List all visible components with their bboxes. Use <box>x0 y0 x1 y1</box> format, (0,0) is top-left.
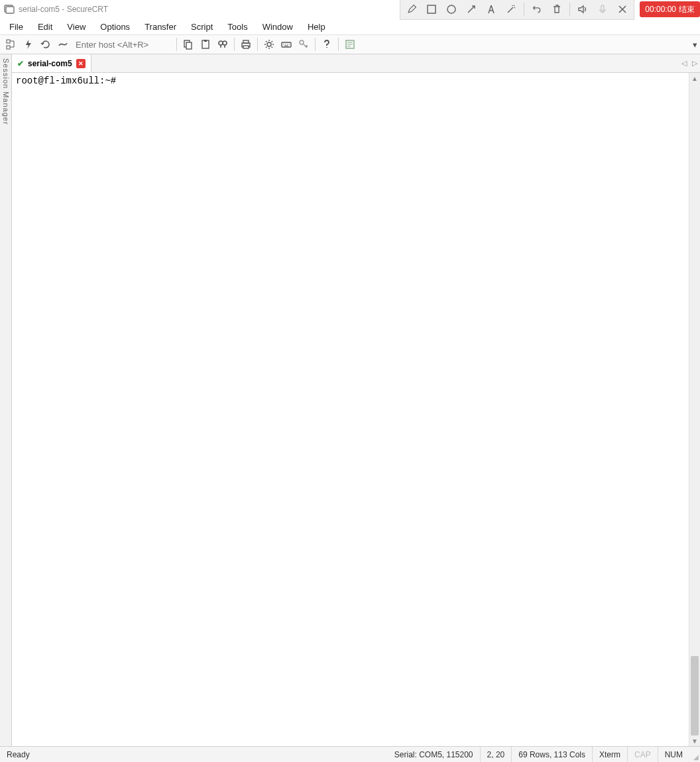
print-icon[interactable] <box>239 37 253 52</box>
svg-rect-4 <box>601 5 604 11</box>
main-area: Session Manager ✔ serial-com5 ✕ ◁ ▷ root… <box>0 54 700 746</box>
disconnect-icon[interactable] <box>56 37 70 52</box>
app-icon <box>4 4 15 15</box>
status-emulation: Xterm <box>593 747 628 762</box>
reconnect-icon[interactable] <box>38 37 53 52</box>
separator <box>234 38 235 51</box>
toolbar: ▾ <box>0 34 700 54</box>
window-title: serial-com5 - SecureCRT <box>19 5 108 14</box>
close-icon[interactable] <box>615 2 630 17</box>
tabbar: ✔ serial-com5 ✕ ◁ ▷ <box>12 54 700 73</box>
scroll-thumb[interactable] <box>691 656 699 735</box>
menu-view[interactable]: View <box>60 20 92 34</box>
tab-prev-icon[interactable]: ◁ <box>681 59 687 68</box>
svg-point-11 <box>219 41 223 45</box>
svg-rect-6 <box>7 46 10 49</box>
arrow-icon[interactable] <box>464 2 479 17</box>
content-column: ✔ serial-com5 ✕ ◁ ▷ root@fl-imx6ull:~# ▲… <box>12 54 700 746</box>
vertical-scrollbar[interactable]: ▲ ▼ <box>689 73 700 746</box>
separator <box>569 3 570 16</box>
settings-icon[interactable] <box>262 37 276 52</box>
annotation-toolbar <box>400 0 634 20</box>
text-icon[interactable] <box>484 2 498 17</box>
mic-icon[interactable] <box>595 2 610 17</box>
svg-rect-5 <box>7 40 10 43</box>
scroll-down-icon[interactable]: ▼ <box>689 735 700 746</box>
toolbar-dropdown-icon[interactable]: ▾ <box>693 40 697 50</box>
pen-icon[interactable] <box>404 2 419 17</box>
menu-tools[interactable]: Tools <box>221 20 254 34</box>
menu-transfer[interactable]: Transfer <box>138 20 183 34</box>
resize-grip-icon[interactable]: ◢ <box>689 747 700 762</box>
svg-point-12 <box>223 41 227 45</box>
menu-file[interactable]: File <box>3 20 30 34</box>
status-cursor: 2, 20 <box>481 747 512 762</box>
undo-icon[interactable] <box>530 2 544 17</box>
statusbar: Ready Serial: COM5, 115200 2, 20 69 Rows… <box>0 746 700 762</box>
copy-icon[interactable] <box>181 37 196 52</box>
scroll-track[interactable] <box>689 83 700 735</box>
tab-nav-arrows: ◁ ▷ <box>681 54 697 72</box>
overlay-tool-area: 00:00:00 结束 <box>400 0 700 19</box>
wand-icon[interactable] <box>504 2 518 17</box>
key-icon[interactable] <box>296 37 311 52</box>
menu-edit[interactable]: Edit <box>31 20 59 34</box>
svg-rect-14 <box>243 40 249 43</box>
sound-icon[interactable] <box>575 2 590 17</box>
session-manager-tab[interactable]: Session Manager <box>0 54 12 746</box>
find-icon[interactable] <box>215 37 230 52</box>
separator <box>257 38 258 51</box>
status-connection: Serial: COM5, 115200 <box>388 747 481 762</box>
svg-point-16 <box>267 42 271 46</box>
menu-script[interactable]: Script <box>184 20 219 34</box>
scroll-up-icon[interactable]: ▲ <box>689 73 700 83</box>
separator <box>315 38 316 51</box>
status-num: NUM <box>658 747 689 762</box>
help-icon[interactable] <box>320 37 334 52</box>
log-icon[interactable] <box>343 37 357 52</box>
quick-connect-icon[interactable] <box>21 37 36 52</box>
menu-help[interactable]: Help <box>301 20 332 34</box>
svg-rect-2 <box>428 5 436 13</box>
tab-label: serial-com5 <box>28 59 72 68</box>
separator <box>176 38 177 51</box>
menu-options[interactable]: Options <box>93 20 137 34</box>
square-icon[interactable] <box>424 2 439 17</box>
tab-close-icon[interactable]: ✕ <box>76 59 86 68</box>
recorder-badge[interactable]: 00:00:00 结束 <box>640 1 700 17</box>
paste-icon[interactable] <box>198 37 213 52</box>
menubar: File Edit View Options Transfer Script T… <box>0 19 700 34</box>
separator <box>524 3 524 16</box>
trash-icon[interactable] <box>550 2 564 17</box>
recorder-time: 00:00:00 <box>645 5 676 14</box>
tab-next-icon[interactable]: ▷ <box>692 59 697 68</box>
svg-rect-15 <box>243 46 249 48</box>
titlebar: serial-com5 - SecureCRT 00:00:00 结束 <box>0 0 700 19</box>
status-ready: Ready <box>0 747 36 762</box>
separator <box>338 38 339 51</box>
svg-point-3 <box>447 5 455 13</box>
svg-rect-1 <box>6 7 14 13</box>
tab-serial-com5[interactable]: ✔ serial-com5 ✕ <box>12 54 91 72</box>
status-cap: CAP <box>628 747 658 762</box>
svg-rect-10 <box>204 40 207 42</box>
status-check-icon: ✔ <box>17 59 24 68</box>
terminal-wrap: root@fl-imx6ull:~# ▲ ▼ <box>12 73 700 746</box>
terminal[interactable]: root@fl-imx6ull:~# <box>12 73 689 746</box>
svg-rect-8 <box>186 42 192 49</box>
keyboard-icon[interactable] <box>279 37 294 52</box>
status-size: 69 Rows, 113 Cols <box>512 747 593 762</box>
host-input[interactable] <box>73 38 172 51</box>
menu-window[interactable]: Window <box>256 20 300 34</box>
sessions-icon[interactable] <box>4 37 19 52</box>
recorder-label: 结束 <box>679 4 695 15</box>
circle-icon[interactable] <box>444 2 459 17</box>
